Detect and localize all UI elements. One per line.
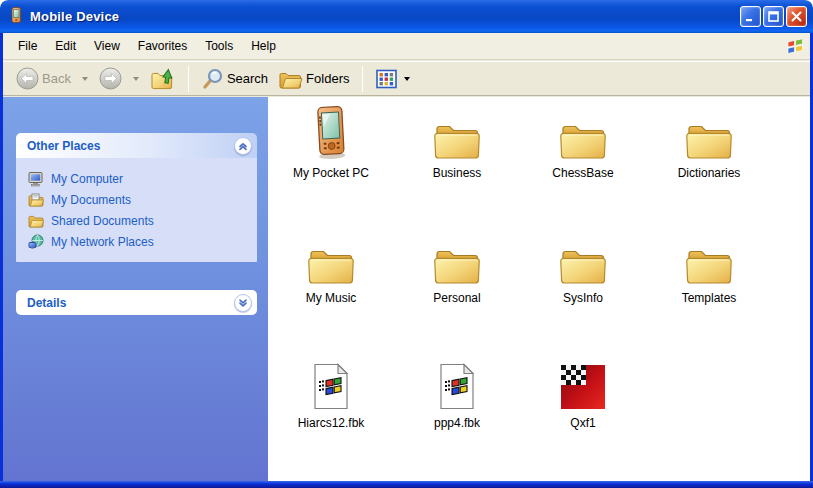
folders-button[interactable]: Folders	[275, 66, 352, 92]
toolbar: Back Search	[3, 61, 810, 96]
window-bottom-border	[0, 481, 813, 488]
explorer-window: Mobile Device File Edit View Favorites T…	[0, 0, 813, 488]
folder-icon	[685, 229, 733, 285]
file-item-personal[interactable]: Personal	[394, 229, 520, 354]
pocket-pc-window-icon	[8, 7, 24, 26]
file-item-label: ppp4.fbk	[434, 416, 480, 430]
link-shared-documents[interactable]: Shared Documents	[28, 210, 257, 231]
task-pane-sidebar: Other Places My Computer	[3, 97, 268, 481]
search-button[interactable]: Search	[199, 66, 271, 92]
details-header[interactable]: Details	[16, 290, 257, 315]
file-item-dictionaries[interactable]: Dictionaries	[646, 104, 772, 229]
menu-tools[interactable]: Tools	[196, 36, 242, 56]
menubar: File Edit View Favorites Tools Help	[3, 33, 810, 60]
my-network-places-icon	[28, 234, 44, 250]
other-places-body: My Computer My Documents	[16, 158, 257, 262]
other-places-title: Other Places	[27, 139, 234, 153]
file-item-chessbase[interactable]: ChessBase	[520, 104, 646, 229]
menu-edit[interactable]: Edit	[46, 36, 85, 56]
link-label: My Computer	[51, 172, 123, 186]
file-item-qxf1[interactable]: Qxf1	[520, 354, 646, 479]
details-title: Details	[27, 296, 234, 310]
search-label: Search	[227, 71, 268, 86]
views-dropdown-caret[interactable]	[404, 77, 410, 81]
forward-arrow-icon	[99, 67, 122, 90]
shared-documents-icon	[28, 213, 44, 229]
back-label: Back	[42, 71, 71, 86]
file-item-label: Templates	[682, 291, 737, 305]
file-item-business[interactable]: Business	[394, 104, 520, 229]
chessbase-book-icon	[561, 354, 605, 410]
back-dropdown-caret[interactable]	[82, 77, 88, 81]
fbk-document-icon	[438, 354, 476, 410]
file-item-my-music[interactable]: My Music	[268, 229, 394, 354]
link-my-computer[interactable]: My Computer	[28, 168, 257, 189]
link-my-network-places[interactable]: My Network Places	[28, 231, 257, 252]
link-label: My Network Places	[51, 235, 154, 249]
folder-icon	[685, 104, 733, 160]
folders-label: Folders	[306, 71, 349, 86]
file-item-label: My Pocket PC	[293, 166, 369, 180]
forward-dropdown-caret[interactable]	[133, 77, 139, 81]
link-label: Shared Documents	[51, 214, 154, 228]
file-item-templates[interactable]: Templates	[646, 229, 772, 354]
file-list-area: My Pocket PC Business	[268, 97, 813, 481]
titlebar: Mobile Device	[0, 0, 813, 33]
folder-icon	[433, 104, 481, 160]
folder-icon	[559, 229, 607, 285]
up-folder-icon	[150, 67, 175, 91]
fbk-document-icon	[312, 354, 350, 410]
up-button[interactable]	[147, 65, 178, 93]
menu-file[interactable]: File	[9, 36, 46, 56]
my-computer-icon	[28, 171, 44, 187]
maximize-button[interactable]	[763, 6, 784, 27]
folder-icon	[559, 104, 607, 160]
toolbar-separator-2	[362, 66, 363, 92]
forward-button[interactable]	[96, 65, 125, 92]
windows-logo-icon	[784, 35, 806, 57]
views-icon	[376, 69, 397, 89]
file-item-label: ChessBase	[552, 166, 613, 180]
details-panel: Details	[16, 290, 257, 315]
back-button[interactable]: Back	[13, 65, 74, 92]
minimize-button[interactable]	[740, 6, 761, 27]
toolbar-separator	[188, 66, 189, 92]
expand-chevron-icon[interactable]	[234, 294, 252, 312]
menu-favorites[interactable]: Favorites	[129, 36, 196, 56]
folder-icon	[433, 229, 481, 285]
search-icon	[202, 68, 224, 90]
menu-view[interactable]: View	[85, 36, 129, 56]
file-item-label: Dictionaries	[678, 166, 741, 180]
views-button[interactable]	[373, 67, 417, 91]
file-item-my-pocket-pc[interactable]: My Pocket PC	[268, 104, 394, 229]
file-item-label: Personal	[433, 291, 480, 305]
file-item-sysinfo[interactable]: SysInfo	[520, 229, 646, 354]
file-item-label: SysInfo	[563, 291, 603, 305]
file-item-label: My Music	[306, 291, 357, 305]
folder-icon	[307, 229, 355, 285]
file-item-label: Business	[433, 166, 482, 180]
file-item-ppp4[interactable]: ppp4.fbk	[394, 354, 520, 479]
file-item-hiarcs12[interactable]: Hiarcs12.fbk	[268, 354, 394, 479]
file-item-label: Qxf1	[570, 416, 595, 430]
link-label: My Documents	[51, 193, 131, 207]
close-button[interactable]	[786, 6, 807, 27]
other-places-panel: Other Places My Computer	[16, 133, 257, 262]
other-places-header[interactable]: Other Places	[16, 133, 257, 158]
window-left-border-top	[0, 33, 3, 97]
pocket-pc-icon	[312, 104, 350, 160]
back-arrow-icon	[16, 67, 39, 90]
window-title: Mobile Device	[30, 9, 740, 24]
link-my-documents[interactable]: My Documents	[28, 189, 257, 210]
my-documents-icon	[28, 192, 44, 208]
folders-icon	[278, 68, 303, 90]
file-item-label: Hiarcs12.fbk	[298, 416, 365, 430]
collapse-chevron-icon[interactable]	[234, 137, 252, 155]
menu-help[interactable]: Help	[242, 36, 285, 56]
